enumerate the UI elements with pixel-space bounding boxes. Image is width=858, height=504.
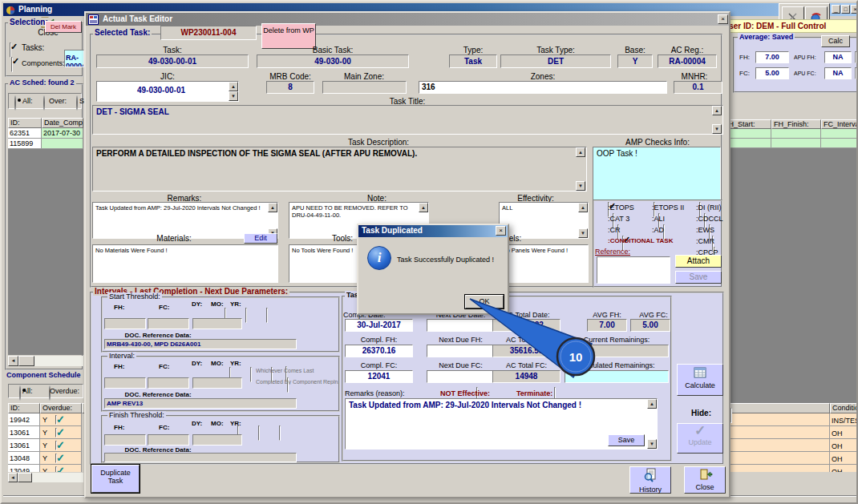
compl-date-field[interactable]: 30-Jul-2017 [345, 319, 413, 332]
scroll-down-icon[interactable]: ▼ [576, 181, 585, 191]
overdue-checkbox[interactable] [55, 454, 57, 463]
ac-sched-radio-all[interactable] [14, 95, 16, 111]
scroll-up-icon[interactable]: ▲ [576, 147, 585, 157]
scroll-up-icon[interactable]: ▲ [229, 82, 238, 91]
edit-materials-button[interactable]: Edit [244, 233, 277, 244]
table-row[interactable]: 13048 [8, 452, 40, 465]
scroll-up-icon[interactable]: ▲ [419, 203, 428, 212]
scroll-up-icon[interactable]: ▲ [712, 106, 722, 115]
condition-cell[interactable]: INS/TEST [830, 413, 858, 426]
scroll-down-icon[interactable]: ▼ [578, 228, 588, 238]
calc-button[interactable]: Calc [821, 35, 850, 47]
zones-field[interactable]: 316 [419, 81, 667, 94]
overdue-checkbox[interactable] [55, 441, 57, 450]
panels-field[interactable]: No Panels Were Found ! [499, 244, 589, 283]
ac-total-date-field[interactable]: Apr-2022 [492, 319, 561, 332]
start-fh-field[interactable] [104, 318, 146, 329]
table-row-partial[interactable]: 13049 Y [8, 465, 83, 472]
next-due-date-field[interactable] [427, 319, 495, 332]
minimize-icon[interactable]: _ [832, 5, 840, 14]
hscroll-left-icon[interactable]: ◄ [8, 473, 18, 482]
interval-doc-field[interactable]: AMP REV13 [104, 398, 297, 409]
avg-fc-field[interactable]: 5.00 [630, 319, 670, 332]
finish-fh-field[interactable] [104, 434, 146, 446]
avg-apu-fh-field[interactable]: NA [824, 51, 852, 63]
update-button[interactable]: ✓ Update [677, 423, 723, 454]
hscroll-left-icon[interactable]: ◄ [8, 356, 18, 366]
overdue-checkbox[interactable] [55, 428, 57, 437]
table-row-partial[interactable]: OH [730, 465, 858, 472]
comp-radio-all[interactable] [19, 385, 21, 401]
table-row[interactable]: Y [40, 426, 82, 439]
hscroll-track[interactable] [34, 356, 83, 366]
grid-cell[interactable] [771, 129, 821, 139]
table-row[interactable]: 13061 [8, 426, 40, 439]
duplicate-task-button[interactable]: Duplicate Task [91, 465, 140, 493]
avg-fh-field[interactable]: 7.00 [587, 319, 627, 332]
components-checkbox[interactable] [11, 57, 13, 72]
start-dmy-field[interactable] [192, 318, 242, 329]
scroll-down-icon[interactable]: ▼ [229, 91, 238, 101]
ac-sched-radio-sched[interactable] [76, 95, 78, 111]
mo-checkbox[interactable] [250, 367, 252, 382]
task-field[interactable]: 49-030-00-01 [96, 54, 249, 68]
reference-field[interactable] [597, 256, 670, 284]
base-field[interactable]: Y [617, 54, 653, 68]
compl-fc-field[interactable]: 12041 [345, 370, 413, 383]
overdue-checkbox[interactable] [55, 415, 57, 425]
table-row[interactable]: Y [40, 452, 82, 465]
yr-checkbox[interactable] [279, 425, 281, 441]
ok-button[interactable]: OK [465, 295, 504, 308]
mrb-field[interactable]: 8 [266, 81, 314, 94]
table-row[interactable]: Y [40, 439, 82, 452]
del-mark-button[interactable]: Del Mark [45, 21, 82, 33]
table-row[interactable]: 115899 [8, 139, 42, 149]
editor-close-icon[interactable]: × [718, 14, 728, 24]
avg-fc-field[interactable]: 5.00 [755, 67, 789, 79]
table-row[interactable]: 62351 [8, 128, 42, 139]
ac-reg-field[interactable]: RA-00004 [658, 54, 717, 68]
compl-fh-field[interactable]: 26370.16 [345, 345, 413, 357]
finish-doc-field[interactable] [104, 453, 297, 462]
grid-cell[interactable] [771, 139, 821, 148]
table-row[interactable] [730, 413, 830, 426]
scroll-down-icon[interactable]: ▼ [712, 124, 722, 134]
calc-rem-field[interactable] [565, 370, 669, 383]
next-due-fc-field[interactable] [427, 370, 495, 383]
hide-checkbox[interactable] [731, 408, 732, 423]
interval-fc-field[interactable] [148, 377, 189, 389]
tasks-checkbox[interactable] [10, 42, 11, 58]
hscroll-thumb[interactable] [18, 356, 34, 366]
task-title-field[interactable]: DET - SIGMA SEAL [92, 105, 723, 135]
scroll-up-icon[interactable]: ▲ [268, 203, 277, 212]
mo-checkbox[interactable] [258, 425, 260, 441]
table-row[interactable]: 19942 [8, 413, 40, 426]
task-description-field[interactable]: PERFORM A DETAILED INSPECTION OF THE SIG… [92, 147, 587, 192]
dialog-close-icon[interactable]: × [496, 226, 506, 236]
mnhr-field[interactable]: 0.1 [674, 81, 722, 94]
next-due-fh-field[interactable] [427, 345, 495, 357]
table-row[interactable] [730, 426, 830, 439]
ac-sched-radio-over[interactable] [43, 95, 45, 111]
mo-checkbox[interactable] [245, 308, 247, 323]
main-zone-field[interactable] [322, 81, 407, 94]
save-reason-button[interactable]: Save [608, 434, 645, 446]
interval-dmy-field[interactable] [192, 377, 242, 389]
condition-cell[interactable]: OH [830, 452, 858, 465]
grid-cell[interactable] [730, 139, 771, 148]
type-field[interactable]: Task [449, 54, 497, 68]
materials-field[interactable]: No Materials Were Found ! [92, 244, 278, 283]
jic-field[interactable]: 49-030-00-01 [96, 81, 239, 102]
task-type-field[interactable]: DET [500, 54, 611, 68]
close-window-icon[interactable]: × [851, 5, 858, 14]
current-rem-field[interactable] [565, 345, 669, 357]
table-row[interactable]: 2017-07-30 [42, 128, 83, 139]
ac-reg-field[interactable]: RA-00004 [64, 50, 84, 67]
ac-total-fc-field[interactable]: 14948 [492, 370, 561, 383]
condition-cell[interactable]: OH [830, 426, 858, 439]
grid-cell[interactable] [730, 129, 771, 139]
interval-fh-field[interactable] [104, 377, 146, 389]
basic-task-field[interactable]: 49-030-00 [257, 54, 409, 68]
scroll-down-icon[interactable]: ▼ [647, 439, 657, 449]
table-row[interactable] [42, 139, 83, 149]
